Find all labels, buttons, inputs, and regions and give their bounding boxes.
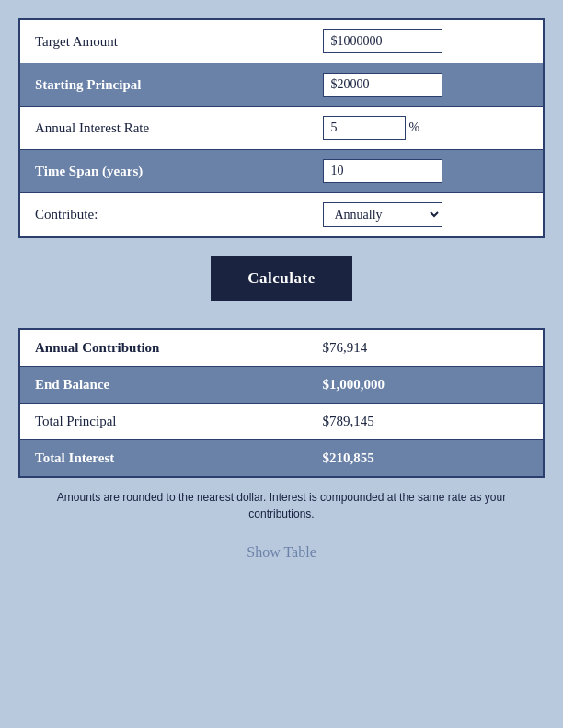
- show-table-button[interactable]: Show Table: [247, 544, 316, 561]
- end-balance-value: $1,000,000: [308, 367, 545, 404]
- total-principal-label: Total Principal: [19, 404, 308, 440]
- calculate-container: Calculate: [18, 256, 545, 301]
- starting-principal-input[interactable]: [323, 73, 442, 97]
- annual-interest-input[interactable]: [323, 116, 406, 140]
- total-principal-value: $789,145: [308, 404, 545, 440]
- end-balance-row: End Balance $1,000,000: [19, 367, 544, 404]
- annual-interest-label: Annual Interest Rate: [19, 107, 308, 150]
- results-table: Annual Contribution $76,914 End Balance …: [18, 328, 545, 478]
- contribute-select[interactable]: Annually Monthly Weekly Daily: [323, 202, 442, 227]
- show-table-container: Show Table: [18, 544, 545, 561]
- percent-symbol: %: [409, 120, 420, 135]
- time-span-cell: [308, 150, 545, 193]
- target-amount-row: Target Amount: [19, 19, 544, 63]
- target-amount-cell: [308, 19, 545, 63]
- starting-principal-label: Starting Principal: [19, 63, 308, 107]
- target-amount-input[interactable]: [323, 29, 442, 53]
- total-interest-label: Total Interest: [19, 440, 308, 478]
- annual-contribution-value: $76,914: [308, 329, 545, 367]
- time-span-input[interactable]: [323, 159, 442, 183]
- contribute-label: Contribute:: [19, 193, 308, 238]
- contribute-cell: Annually Monthly Weekly Daily: [308, 193, 545, 238]
- annual-interest-cell: %: [308, 107, 545, 150]
- total-principal-row: Total Principal $789,145: [19, 404, 544, 440]
- page-container: Target Amount Starting Principal Annual …: [18, 18, 545, 561]
- starting-principal-cell: [308, 63, 545, 107]
- time-span-label: Time Span (years): [19, 150, 308, 193]
- contribute-row: Contribute: Annually Monthly Weekly Dail…: [19, 193, 544, 238]
- disclaimer-text: Amounts are rounded to the nearest dolla…: [18, 489, 545, 522]
- starting-principal-row: Starting Principal: [19, 63, 544, 107]
- annual-contribution-label: Annual Contribution: [19, 329, 308, 367]
- annual-contribution-row: Annual Contribution $76,914: [19, 329, 544, 367]
- input-form-table: Target Amount Starting Principal Annual …: [18, 18, 545, 238]
- total-interest-value: $210,855: [308, 440, 545, 478]
- target-amount-label: Target Amount: [19, 19, 308, 63]
- end-balance-label: End Balance: [19, 367, 308, 404]
- time-span-row: Time Span (years): [19, 150, 544, 193]
- calculate-button[interactable]: Calculate: [211, 256, 351, 301]
- interest-input-group: %: [323, 116, 529, 140]
- total-interest-row: Total Interest $210,855: [19, 440, 544, 478]
- annual-interest-row: Annual Interest Rate %: [19, 107, 544, 150]
